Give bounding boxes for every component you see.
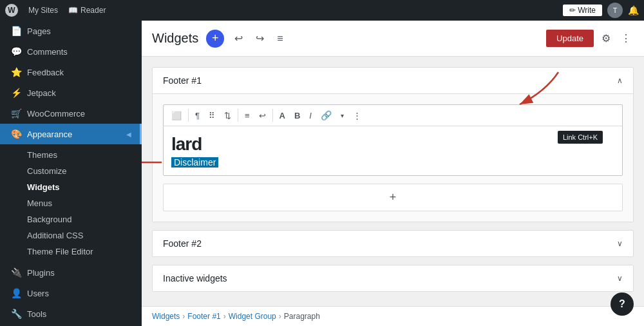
drag-handle-button[interactable]: ⠿	[205, 108, 219, 123]
add-widget-button[interactable]: +	[206, 30, 224, 48]
editor-toolbar: ⬜ ¶ ⠿ ⇅ ≡ ↩ A B I	[164, 105, 622, 126]
link-button[interactable]: 🔗	[317, 108, 336, 123]
footer1-chevron-icon: ∧	[617, 76, 623, 85]
inactive-widgets-section: Inactive widgets ∨	[152, 265, 634, 292]
breadcrumb-paragraph: Paragraph	[284, 312, 320, 321]
page-title: Widgets	[152, 31, 198, 46]
sidebar-pages-label: Pages	[27, 26, 51, 36]
sidebar-item-pages[interactable]: 📄 Pages	[0, 21, 142, 41]
sidebar-sub-themes[interactable]: Themes	[10, 147, 142, 163]
jetpack-icon: ⚡	[10, 88, 22, 98]
sidebar-item-tools[interactable]: 🔧 Tools	[0, 303, 142, 324]
sidebar-item-comments[interactable]: 💬 Comments	[0, 41, 142, 62]
inactive-title: Inactive widgets	[163, 273, 227, 283]
sidebar-sub-customize[interactable]: Customize	[10, 163, 142, 179]
sidebar-woocommerce-label: WooCommerce	[27, 109, 85, 119]
more-rich-options-button[interactable]: ⋮	[349, 108, 365, 123]
sidebar-jetpack-label: Jetpack	[27, 88, 56, 98]
update-button[interactable]: Update	[546, 30, 594, 47]
topbar-right: ✏ Write T 🔔	[563, 3, 639, 18]
footer1-section: Footer #1 ∧	[152, 67, 634, 222]
sidebar-comments-label: Comments	[27, 47, 68, 57]
sidebar-sub-widgets[interactable]: Widgets	[10, 179, 142, 195]
appearance-submenu: Themes Customize Widgets Menus Backgroun…	[0, 144, 142, 262]
paragraph-button[interactable]: ¶	[191, 108, 204, 123]
sidebar-sub-background[interactable]: Background	[10, 211, 142, 227]
text-color-button[interactable]: A	[276, 108, 289, 123]
settings-gear-button[interactable]: ⚙	[599, 30, 613, 47]
sidebar-plugins-label: Plugins	[27, 268, 55, 278]
toolbar-divider-2	[238, 109, 238, 122]
breadcrumb-widgets[interactable]: Widgets	[152, 312, 180, 321]
breadcrumb-sep-1: ›	[182, 312, 185, 321]
bold-button[interactable]: B	[290, 108, 304, 123]
redo-button[interactable]: ↪	[253, 30, 267, 47]
widgets-content: Footer #1 ∧	[142, 57, 644, 306]
select-block-button[interactable]: ⬜	[167, 108, 185, 123]
avatar[interactable]: T	[607, 3, 623, 18]
undo-inline-button[interactable]: ↩	[255, 108, 270, 123]
tools-icon: 🔧	[10, 309, 22, 319]
sidebar-item-feedback[interactable]: ⭐ Feedback	[0, 62, 142, 82]
wp-logo[interactable]: W	[5, 4, 18, 17]
help-button[interactable]: ?	[611, 292, 634, 316]
my-sites-label: My Sites	[28, 6, 58, 15]
sidebar-item-users[interactable]: 👤 Users	[0, 283, 142, 303]
breadcrumb: Widgets › Footer #1 › Widget Group › Par…	[142, 306, 644, 326]
inactive-header[interactable]: Inactive widgets ∨	[153, 265, 633, 291]
main-layout: 📄 Pages 💬 Comments ⭐ Feedback ⚡ Jetpack …	[0, 21, 644, 326]
footer2-section: Footer #2 ∨	[152, 230, 634, 257]
list-view-button[interactable]: ≡	[274, 30, 285, 47]
move-updown-button[interactable]: ⇅	[220, 108, 235, 123]
editor-content[interactable]: lard	[164, 126, 622, 175]
woocommerce-icon: 🛒	[10, 108, 22, 119]
footer2-title: Footer #2	[163, 238, 202, 249]
breadcrumb-widget-group[interactable]: Widget Group	[229, 312, 276, 321]
sidebar-tools-label: Tools	[27, 309, 46, 319]
align-button[interactable]: ≡	[241, 108, 254, 123]
notifications-bell-icon[interactable]: 🔔	[628, 5, 639, 15]
sidebar-item-woocommerce[interactable]: 🛒 WooCommerce	[0, 103, 142, 124]
write-button[interactable]: ✏ Write	[563, 5, 602, 16]
toolbar-divider-1	[188, 109, 189, 122]
breadcrumb-sep-2: ›	[223, 312, 226, 321]
plugins-icon: 🔌	[10, 267, 22, 278]
more-options-button[interactable]: ⋮	[618, 30, 634, 47]
sidebar-appearance-label: Appearance	[27, 129, 72, 139]
pages-icon: 📄	[10, 26, 22, 36]
sidebar-sub-theme-file-editor[interactable]: Theme File Editor	[10, 244, 142, 260]
link-tooltip: Link Ctrl+K	[558, 131, 603, 144]
appearance-icon: 🎨	[10, 129, 22, 139]
users-icon: 👤	[10, 288, 22, 298]
inactive-chevron-icon: ∨	[617, 274, 623, 283]
my-sites-link[interactable]: My Sites	[28, 6, 58, 15]
reader-link[interactable]: 📖 Reader	[68, 6, 106, 15]
toolbar-divider-3	[272, 109, 273, 122]
comments-icon: 💬	[10, 46, 22, 57]
content-area: Widgets + ↩ ↪ ≡ Update ⚙ ⋮ Footer #1 ∧	[142, 21, 644, 326]
feedback-icon: ⭐	[10, 67, 22, 77]
sidebar-item-jetpack[interactable]: ⚡ Jetpack	[0, 82, 142, 103]
sidebar-sub-additional-css[interactable]: Additional CSS	[10, 227, 142, 244]
undo-button[interactable]: ↩	[232, 30, 245, 47]
italic-button[interactable]: I	[305, 108, 316, 123]
sidebar-sub-menus[interactable]: Menus	[10, 195, 142, 211]
sidebar: 📄 Pages 💬 Comments ⭐ Feedback ⚡ Jetpack …	[0, 21, 142, 326]
topbar: W My Sites 📖 Reader ✏ Write T 🔔	[0, 0, 644, 21]
sidebar-users-label: Users	[27, 289, 49, 298]
sidebar-item-plugins[interactable]: 🔌 Plugins	[0, 262, 142, 283]
footer2-header[interactable]: Footer #2 ∨	[153, 231, 633, 256]
heading-text: lard	[171, 134, 202, 154]
sidebar-item-appearance[interactable]: 🎨 Appearance ◀	[0, 124, 142, 144]
sidebar-feedback-label: Feedback	[27, 68, 64, 77]
add-block-icon: +	[390, 191, 397, 204]
link-chevron-button[interactable]: ▾	[337, 110, 348, 122]
breadcrumb-sep-3: ›	[279, 312, 281, 321]
reader-icon: 📖	[68, 6, 78, 15]
reader-label: Reader	[80, 6, 106, 15]
footer1-title: Footer #1	[163, 75, 202, 86]
footer1-header[interactable]: Footer #1 ∧	[153, 68, 633, 93]
footer2-chevron-icon: ∨	[617, 239, 623, 248]
breadcrumb-footer1[interactable]: Footer #1	[187, 312, 220, 321]
add-block-button[interactable]: +	[163, 184, 623, 211]
